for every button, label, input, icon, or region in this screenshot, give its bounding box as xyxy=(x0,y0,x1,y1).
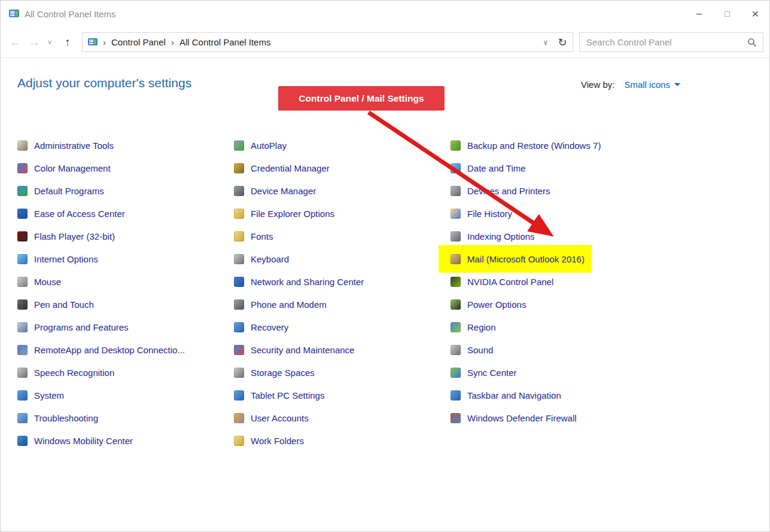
control-panel-item-device-manager[interactable]: Device Manager xyxy=(234,179,321,202)
power-options-icon xyxy=(451,299,461,310)
control-panel-item-autoplay[interactable]: AutoPlay xyxy=(234,134,291,157)
control-panel-item-mouse[interactable]: Mouse xyxy=(17,270,66,293)
control-panel-item-tablet-pc[interactable]: Tablet PC Settings xyxy=(234,384,329,406)
recovery-icon xyxy=(234,322,244,332)
control-panel-item-file-history[interactable]: File History xyxy=(451,202,517,225)
back-button[interactable]: ← xyxy=(5,33,25,52)
annotation-callout: Control Panel / Mail Settings xyxy=(278,86,445,111)
control-panel-item-sync-center[interactable]: Sync Center xyxy=(451,361,522,384)
control-panel-item-windows-mobility-center[interactable]: Windows Mobility Center xyxy=(17,429,138,452)
control-panel-item-default-programs[interactable]: Default Programs xyxy=(17,179,109,202)
breadcrumb: ›Control Panel›All Control Panel Items xyxy=(98,37,538,47)
mouse-icon xyxy=(17,277,28,287)
control-panel-item-indexing-options[interactable]: Indexing Options xyxy=(451,225,540,247)
control-panel-item-label: Windows Mobility Center xyxy=(34,436,133,446)
programs-and-features-icon xyxy=(17,322,28,332)
address-dropdown-chevron-icon[interactable]: ∨ xyxy=(538,33,553,51)
breadcrumb-item[interactable]: Control Panel xyxy=(111,37,166,47)
control-panel-item-label: Phone and Modem xyxy=(251,299,327,310)
control-panel-item-power-options[interactable]: Power Options xyxy=(451,293,531,316)
minimize-button[interactable]: – xyxy=(685,1,713,27)
refresh-button[interactable]: ↻ xyxy=(553,33,571,51)
control-panel-item-label: Credential Manager xyxy=(251,163,330,173)
control-panel-item-label: Storage Spaces xyxy=(251,368,315,378)
keyboard-icon xyxy=(234,254,244,264)
control-panel-item-pen-and-touch[interactable]: Pen and Touch xyxy=(17,293,99,316)
control-panel-item-label: Sync Center xyxy=(467,368,517,378)
forward-button[interactable]: → xyxy=(25,33,44,52)
history-chevron-icon[interactable]: ∨ xyxy=(44,33,56,52)
window-title: All Control Panel Items xyxy=(25,9,685,19)
control-panel-item-troubleshooting[interactable]: Troubleshooting xyxy=(17,406,103,429)
navigation-bar: ← → ∨ ↑ ›Control Panel›All Control Panel… xyxy=(1,27,769,58)
control-panel-item-sound[interactable]: Sound xyxy=(451,338,498,361)
control-panel-item-devices-printers[interactable]: Devices and Printers xyxy=(451,179,555,202)
control-panel-item-label: Default Programs xyxy=(34,186,104,196)
breadcrumb-item[interactable]: All Control Panel Items xyxy=(179,37,271,47)
control-panel-item-flash-player[interactable]: Flash Player (32-bit) xyxy=(17,225,120,247)
control-panel-item-internet-options[interactable]: Internet Options xyxy=(17,247,103,270)
search-input[interactable] xyxy=(580,37,747,47)
control-panel-item-label: Date and Time xyxy=(467,163,526,173)
taskbar-icon xyxy=(451,390,461,400)
control-panel-item-label: Administrative Tools xyxy=(34,140,114,151)
mail-icon xyxy=(451,254,461,264)
control-panel-item-keyboard[interactable]: Keyboard xyxy=(234,247,294,270)
sync-center-icon xyxy=(451,368,461,378)
control-panel-item-administrative-tools[interactable]: Administrative Tools xyxy=(17,134,118,157)
search-box xyxy=(579,32,763,52)
control-panel-item-label: Devices and Printers xyxy=(467,186,550,196)
control-panel-item-label: Tablet PC Settings xyxy=(251,390,324,400)
credential-manager-icon xyxy=(234,163,244,173)
control-panel-item-label: Troubleshooting xyxy=(34,413,98,423)
control-panel-item-programs-and-features[interactable]: Programs and Features xyxy=(17,316,133,338)
address-bar[interactable]: ›Control Panel›All Control Panel Items ∨… xyxy=(82,32,573,52)
control-panel-item-mail[interactable]: Mail (Microsoft Outlook 2016) xyxy=(451,247,589,270)
view-by-label: View by: xyxy=(581,80,614,90)
search-icon[interactable] xyxy=(747,38,757,47)
control-panel-item-storage-spaces[interactable]: Storage Spaces xyxy=(234,361,319,384)
phone-modem-icon xyxy=(234,299,244,310)
control-panel-item-backup-restore[interactable]: Backup and Restore (Windows 7) xyxy=(451,134,605,157)
breadcrumb-control-panel-icon xyxy=(88,38,98,47)
view-by-value: Small icons xyxy=(624,80,670,90)
control-panel-item-user-accounts[interactable]: User Accounts xyxy=(234,406,314,429)
control-panel-item-nvidia[interactable]: NVIDIA Control Panel xyxy=(451,270,558,293)
internet-options-icon xyxy=(17,254,28,264)
maximize-button[interactable]: □ xyxy=(713,1,741,27)
control-panel-item-ease-of-access[interactable]: Ease of Access Center xyxy=(17,202,130,225)
control-panel-item-work-folders[interactable]: Work Folders xyxy=(234,429,309,452)
control-panel-item-label: Pen and Touch xyxy=(34,299,94,310)
control-panel-item-label: Speech Recognition xyxy=(34,368,114,378)
control-panel-item-date-time[interactable]: Date and Time xyxy=(451,157,531,179)
date-time-icon xyxy=(451,163,461,173)
control-panel-item-region[interactable]: Region xyxy=(451,316,501,338)
control-panel-item-taskbar[interactable]: Taskbar and Navigation xyxy=(451,384,566,406)
control-panel-item-recovery[interactable]: Recovery xyxy=(234,316,293,338)
control-panel-item-system[interactable]: System xyxy=(17,384,69,406)
windows-mobility-center-icon xyxy=(17,436,28,446)
column-1: Administrative ToolsColor ManagementDefa… xyxy=(17,134,234,452)
control-panel-item-firewall[interactable]: Windows Defender Firewall xyxy=(451,406,582,429)
ease-of-access-icon xyxy=(17,209,28,219)
control-panel-item-speech-recognition[interactable]: Speech Recognition xyxy=(17,361,119,384)
control-panel-item-phone-modem[interactable]: Phone and Modem xyxy=(234,293,331,316)
control-panel-item-label: System xyxy=(34,390,64,400)
control-panel-item-color-management[interactable]: Color Management xyxy=(17,157,115,179)
view-by: View by: Small icons xyxy=(581,80,680,90)
control-panel-item-security-maintenance[interactable]: Security and Maintenance xyxy=(234,338,359,361)
control-panel-item-remoteapp[interactable]: RemoteApp and Desktop Connectio... xyxy=(17,338,190,361)
items-grid: Administrative ToolsColor ManagementDefa… xyxy=(17,134,667,452)
control-panel-item-credential-manager[interactable]: Credential Manager xyxy=(234,157,334,179)
control-panel-item-label: Power Options xyxy=(467,299,526,310)
control-panel-item-file-explorer-options[interactable]: File Explorer Options xyxy=(234,202,339,225)
close-button[interactable]: × xyxy=(741,1,769,27)
control-panel-item-network-sharing[interactable]: Network and Sharing Center xyxy=(234,270,369,293)
system-icon xyxy=(17,390,28,400)
control-panel-item-label: Color Management xyxy=(34,163,111,173)
up-button[interactable]: ↑ xyxy=(58,33,77,52)
fonts-icon xyxy=(234,231,244,241)
pen-and-touch-icon xyxy=(17,299,28,310)
view-by-dropdown[interactable]: Small icons xyxy=(624,80,680,90)
control-panel-item-fonts[interactable]: Fonts xyxy=(234,225,278,247)
